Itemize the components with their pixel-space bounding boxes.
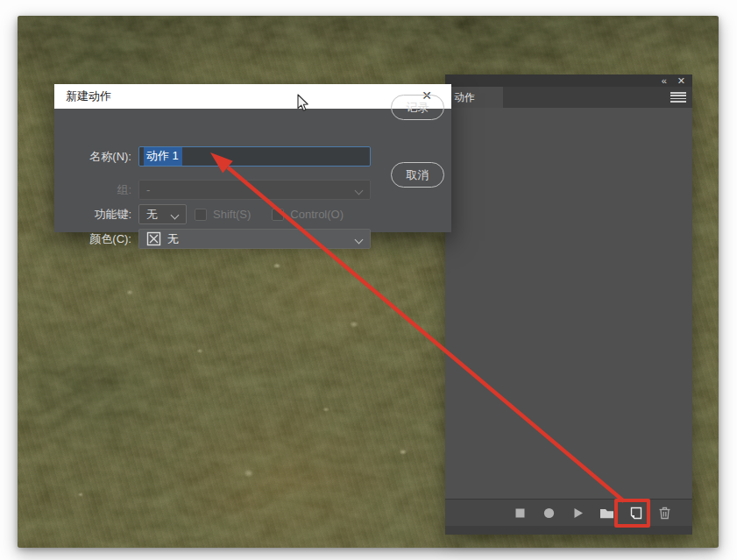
set-row: 组: - 取消	[54, 179, 371, 201]
panel-titlebar: « ✕	[445, 74, 692, 87]
stop-icon[interactable]	[512, 505, 528, 521]
new-action-dialog: 新建动作 ✕ 名称(N): 动作 1 记录 组: - 取消 功能键: 无	[54, 84, 451, 232]
checkbox-box	[272, 209, 284, 221]
record-button[interactable]: 记录	[391, 95, 444, 120]
actions-panel: « ✕ 动作	[445, 74, 692, 535]
function-key-dropdown[interactable]: 无	[138, 204, 187, 224]
chevron-down-icon	[171, 211, 180, 220]
panel-menu-icon[interactable]	[670, 92, 686, 103]
selected-text: 动作 1	[144, 147, 182, 166]
no-color-icon	[146, 231, 161, 246]
function-key-row: 功能键: 无 Shift(S) Control(O)	[54, 203, 344, 225]
play-icon[interactable]	[570, 505, 586, 521]
set-value: -	[146, 183, 150, 196]
actions-list-empty	[445, 108, 692, 499]
close-panel-icon[interactable]: ✕	[677, 75, 685, 86]
color-row: 颜色(C): 无	[54, 228, 371, 250]
shift-checkbox: Shift(S)	[195, 208, 251, 221]
tab-actions[interactable]: 动作	[445, 87, 503, 108]
folder-icon[interactable]	[599, 505, 615, 521]
cancel-button[interactable]: 取消	[391, 162, 444, 188]
name-row: 名称(N): 动作 1 记录	[54, 145, 371, 167]
color-label: 颜色(C):	[54, 231, 131, 247]
record-icon[interactable]	[541, 505, 557, 521]
shift-label: Shift(S)	[213, 208, 251, 221]
control-label: Control(O)	[290, 208, 344, 221]
chevron-down-icon	[355, 236, 364, 245]
panel-tab-bar: 动作	[445, 87, 692, 108]
function-key-label: 功能键:	[54, 207, 131, 223]
checkbox-box	[195, 209, 207, 221]
action-name-input[interactable]: 动作 1	[138, 146, 371, 167]
delete-icon[interactable]	[656, 505, 673, 521]
panel-bottom-edge	[445, 526, 692, 535]
color-dropdown[interactable]: 无	[138, 229, 371, 249]
name-label: 名称(N):	[54, 149, 131, 165]
dialog-body: 名称(N): 动作 1 记录 组: - 取消 功能键: 无 Shift(S)	[54, 109, 451, 232]
actions-toolbar	[445, 499, 692, 526]
control-checkbox: Control(O)	[272, 208, 344, 221]
set-dropdown: -	[138, 180, 371, 200]
collapse-panel-icon[interactable]: «	[662, 75, 667, 86]
dialog-title: 新建动作	[54, 89, 111, 104]
set-label: 组:	[54, 182, 131, 198]
function-key-value: 无	[146, 207, 158, 223]
annotation-highlight-rect	[614, 499, 650, 528]
chevron-down-icon	[355, 187, 364, 195]
color-value: 无	[167, 231, 179, 247]
